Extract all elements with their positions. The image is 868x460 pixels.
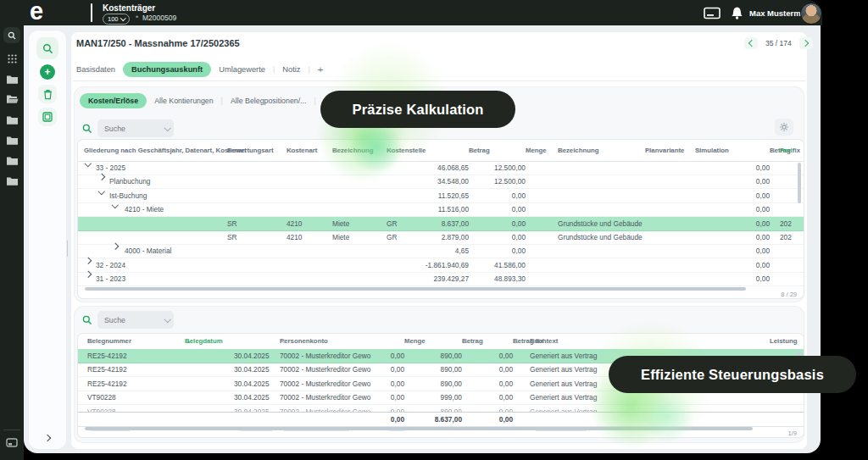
tree-chevron-icon[interactable] bbox=[98, 188, 105, 195]
table-row[interactable]: 31 - 2023 239.429,27 48.893,30 0,00 bbox=[78, 272, 804, 286]
cell-betrag: 890,00 bbox=[413, 377, 462, 391]
tree-chevron-icon[interactable] bbox=[98, 174, 105, 180]
cell-bezeichnung: Miete bbox=[332, 230, 349, 244]
tree-chevron-icon[interactable] bbox=[112, 243, 119, 250]
add-button[interactable]: + bbox=[40, 64, 55, 80]
gear-icon[interactable] bbox=[775, 119, 793, 136]
zoom-scale-dropdown[interactable]: 100 bbox=[103, 14, 130, 25]
horizontal-scrollbar[interactable] bbox=[85, 427, 753, 430]
cell-betrag-fix: 0,00 bbox=[710, 202, 770, 216]
tree-chevron-icon[interactable] bbox=[112, 202, 119, 208]
folder-icon[interactable] bbox=[5, 134, 19, 147]
cell-menge: 0,00 bbox=[353, 349, 404, 363]
display-icon[interactable] bbox=[5, 436, 19, 450]
col-gliederung[interactable]: Gliederung nach Geschäftsjahr, Datenart,… bbox=[84, 140, 247, 161]
bell-icon[interactable] bbox=[731, 6, 743, 20]
vertical-scrollbar[interactable] bbox=[798, 163, 801, 203]
search-icon bbox=[82, 315, 92, 325]
cell-belegnummer: VT90228 bbox=[87, 391, 116, 404]
record-id: M2000509 bbox=[142, 14, 176, 22]
cell-belegdatum: 30.04.2025 bbox=[234, 349, 270, 363]
cell-kostenstelle: GR bbox=[387, 230, 397, 244]
table1-search-input-box[interactable] bbox=[97, 119, 174, 137]
pager-prev-button[interactable] bbox=[744, 37, 758, 49]
module-title: Kostenträger bbox=[103, 3, 155, 13]
tree-chevron-icon[interactable] bbox=[85, 258, 92, 264]
total-betrag: 8.637,00 bbox=[413, 413, 462, 426]
col-periode[interactable]: Peri bbox=[780, 140, 793, 161]
cell-betrag: 8.637,00 bbox=[398, 217, 469, 230]
record-bullet: • bbox=[136, 13, 138, 21]
pager-next-button[interactable] bbox=[799, 37, 813, 49]
search-input[interactable] bbox=[97, 316, 159, 324]
subtab-bar: Kosten/Erlöse Alle Kontierungen | Alle B… bbox=[80, 91, 329, 110]
table-row[interactable]: 4210 - Miete 11.516,00 0,00 0,00 bbox=[78, 202, 804, 217]
cell-menge: 12.500,00 bbox=[466, 175, 526, 188]
cell-betrag: 890,00 bbox=[413, 349, 462, 363]
table-row-selected[interactable]: SR 4210 Miete GR 8.637,00 0,00 Grundstüc… bbox=[78, 217, 804, 231]
app-logo[interactable]: e bbox=[30, 0, 43, 25]
cell-betrag: 11.520,65 bbox=[398, 189, 469, 202]
frame-button[interactable] bbox=[38, 108, 57, 126]
tab-umlagewerte[interactable]: Umlagewerte bbox=[219, 65, 265, 74]
cell-menge: 0,00 bbox=[466, 244, 526, 258]
cell-betrag-fix: 0,00 bbox=[710, 175, 770, 188]
table-row[interactable]: SR 4210 Miete GR 2.879,00 0,00 Grundstüc… bbox=[78, 230, 804, 245]
cell-belegnummer: RE25-42192 bbox=[87, 363, 127, 376]
keyboard-panel-icon[interactable] bbox=[704, 7, 721, 19]
expand-chevron-icon[interactable] bbox=[42, 434, 53, 444]
tree-chevron-icon[interactable] bbox=[85, 160, 92, 167]
cell-bewertungsart: SR bbox=[227, 217, 237, 230]
toolbar-search-button[interactable] bbox=[36, 37, 58, 59]
folder-icon[interactable] bbox=[5, 175, 19, 188]
cell-betrag: 890,00 bbox=[413, 363, 462, 376]
tree-chevron-icon[interactable] bbox=[85, 271, 92, 278]
sidebar-search-button[interactable] bbox=[3, 27, 20, 43]
cell-buchtext: Generiert aus Vertrag bbox=[530, 349, 597, 363]
cell-buchtext: Generiert aus Vertrag bbox=[530, 363, 597, 376]
cell-periode: 202 bbox=[780, 217, 802, 230]
totals-row: 0,00 8.637,00 0,00 bbox=[78, 412, 804, 427]
pager-position: 35 / 174 bbox=[765, 39, 792, 47]
subtab-alle-kontierungen[interactable]: Alle Kontierungen bbox=[154, 97, 213, 105]
cell-betrag: 999,00 bbox=[413, 391, 462, 404]
col-leistung[interactable]: Leistung bbox=[770, 334, 798, 349]
search-input[interactable] bbox=[97, 125, 159, 133]
user-avatar[interactable] bbox=[800, 3, 822, 25]
subtab-kosten-erloese[interactable]: Kosten/Erlöse bbox=[80, 93, 147, 108]
marketing-badge-kalkulation: Präzise Kalkulation bbox=[320, 91, 515, 128]
folder-icon[interactable] bbox=[5, 73, 19, 86]
cell-menge: 0,00 bbox=[466, 217, 526, 230]
cell-menge: 0,00 bbox=[466, 189, 526, 202]
search-icon bbox=[82, 124, 92, 134]
add-tab-button[interactable]: + bbox=[318, 64, 323, 75]
cell-menge: 0,00 bbox=[466, 230, 526, 244]
folder-icon[interactable] bbox=[5, 154, 19, 168]
table-row[interactable]: 32 - 2024 -1.861.940,69 41.586,00 0,00 bbox=[78, 258, 804, 273]
page-title: MAN17/250 - Massnahme 17/2502365 bbox=[76, 38, 240, 48]
cell-belegdatum: 30.04.2025 bbox=[234, 363, 270, 376]
cell-betrag: 46.068,65 bbox=[398, 161, 469, 175]
tabs-divider bbox=[73, 80, 805, 81]
cell-label: 32 - 2024 bbox=[96, 258, 125, 272]
cell-bezeichnung2: Grundstücke und Gebäude bbox=[558, 217, 643, 230]
table-row[interactable]: Ist-Buchung 11.520,65 0,00 0,00 bbox=[78, 189, 804, 203]
horizontal-scrollbar[interactable] bbox=[85, 287, 746, 291]
table2-search-input-box[interactable] bbox=[97, 311, 174, 329]
table-row[interactable]: Planbuchung 34.548,00 12.500,00 0,00 bbox=[78, 175, 804, 189]
table-row[interactable]: 4000 - Material 4,65 0,00 0,00 bbox=[78, 244, 804, 258]
cell-menge: 48.893,30 bbox=[466, 272, 526, 285]
table-row[interactable]: 33 - 2025 46.068,65 12.500,00 0,00 bbox=[78, 161, 804, 175]
folder-open-icon[interactable] bbox=[5, 92, 19, 106]
tab-buchungsauskunft[interactable]: Buchungsauskunft bbox=[123, 62, 211, 77]
tab-bar: Basisdaten Buchungsauskunft Umlagewerte … bbox=[76, 61, 323, 78]
folder-icon[interactable] bbox=[5, 114, 19, 127]
cell-menge: 0,00 bbox=[353, 377, 404, 391]
app-grid-icon[interactable] bbox=[5, 52, 19, 65]
trash-button[interactable] bbox=[38, 85, 57, 103]
subtab-alle-belegpositionen[interactable]: Alle Belegpositionen/... bbox=[231, 97, 307, 105]
tab-notiz[interactable]: Notiz bbox=[282, 65, 300, 74]
cell-periode: 202 bbox=[780, 230, 802, 244]
tab-basisdaten[interactable]: Basisdaten bbox=[76, 65, 115, 74]
cell-bezeichnung2: Grundstücke und Gebäude bbox=[558, 230, 643, 244]
